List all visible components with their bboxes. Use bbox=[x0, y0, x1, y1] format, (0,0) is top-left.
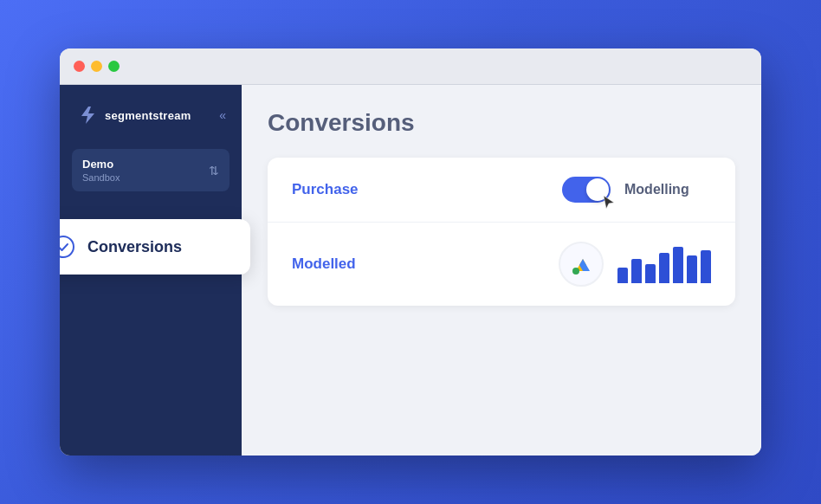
svg-point-0 bbox=[60, 236, 74, 257]
google-ads-icon bbox=[559, 242, 604, 287]
bar-chart-bar bbox=[617, 268, 628, 283]
traffic-light-yellow[interactable] bbox=[91, 61, 102, 72]
sidebar-item-conversions[interactable]: Conversions bbox=[60, 219, 250, 275]
conversion-row-modelled: Modelled bbox=[268, 223, 735, 306]
bar-chart-bar bbox=[673, 247, 683, 283]
bar-chart-bar bbox=[631, 259, 642, 283]
browser-chrome bbox=[60, 48, 761, 85]
workspace-name: Demo bbox=[82, 158, 120, 171]
app-container: segmentstream « Demo Sandbox ⇅ bbox=[60, 85, 761, 456]
brand-name: segmentstream bbox=[105, 109, 191, 122]
sidebar-header: segmentstream « bbox=[60, 85, 242, 142]
traffic-light-red[interactable] bbox=[74, 61, 85, 72]
svg-point-1 bbox=[572, 268, 579, 275]
nav-item-label-conversions: Conversions bbox=[87, 238, 182, 256]
bar-chart bbox=[617, 245, 711, 283]
cursor-icon bbox=[600, 194, 617, 211]
browser-window: segmentstream « Demo Sandbox ⇅ bbox=[60, 48, 761, 456]
conversion-controls-purchase: Modelling bbox=[562, 177, 711, 203]
page-title: Conversions bbox=[268, 109, 735, 137]
bar-chart-bar bbox=[687, 255, 697, 283]
conversion-controls-modelled bbox=[559, 242, 711, 287]
logo-area: segmentstream bbox=[75, 104, 191, 126]
workspace-type: Sandbox bbox=[82, 172, 120, 183]
bar-chart-bar bbox=[701, 250, 711, 283]
workspace-chevron-icon: ⇅ bbox=[209, 164, 219, 178]
modelling-label: Modelling bbox=[624, 182, 711, 197]
traffic-lights bbox=[74, 61, 120, 72]
bar-chart-bar bbox=[645, 264, 656, 283]
conversion-row-purchase: Purchase Modelling bbox=[268, 158, 735, 223]
logo-icon bbox=[75, 104, 98, 126]
clock-check-icon bbox=[60, 235, 75, 259]
bar-chart-bar bbox=[659, 253, 669, 283]
collapse-button[interactable]: « bbox=[219, 108, 226, 122]
main-content: Conversions Purchase bbox=[242, 85, 761, 456]
toggle-purchase[interactable] bbox=[562, 177, 611, 203]
workspace-selector[interactable]: Demo Sandbox ⇅ bbox=[72, 149, 229, 191]
workspace-info: Demo Sandbox bbox=[82, 158, 120, 183]
traffic-light-green[interactable] bbox=[108, 61, 120, 72]
sidebar: segmentstream « Demo Sandbox ⇅ bbox=[60, 85, 242, 456]
conversions-card: Purchase Modelling bbox=[268, 158, 735, 306]
conversion-name-modelled: Modelled bbox=[292, 255, 396, 273]
conversion-name-purchase: Purchase bbox=[292, 181, 396, 198]
